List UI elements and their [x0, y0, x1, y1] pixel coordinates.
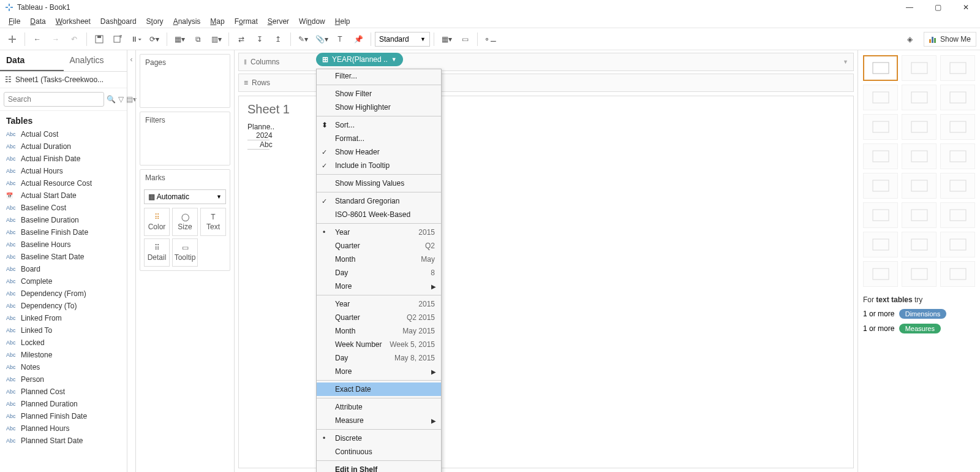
refresh-button[interactable]: ⟳▾ — [146, 31, 163, 48]
cm-show-missing[interactable]: Show Missing Values — [317, 177, 441, 190]
cm-more[interactable]: More▶ — [317, 280, 441, 293]
cm-std-gregorian[interactable]: Standard Gregorian — [317, 194, 441, 208]
show-me-viz-option[interactable] — [940, 202, 975, 228]
marks-detail[interactable]: ⠿Detail — [144, 238, 170, 267]
field-item[interactable]: AbcLinked To — [0, 324, 127, 337]
menu-data[interactable]: Data — [25, 17, 50, 26]
marks-text[interactable]: TText — [200, 208, 226, 236]
show-me-viz-option[interactable] — [940, 114, 975, 140]
field-item[interactable]: AbcActual Cost — [0, 128, 127, 140]
field-item[interactable]: AbcBaseline Hours — [0, 238, 127, 251]
show-me-viz-option[interactable] — [902, 261, 937, 287]
menu-story[interactable]: Story — [141, 17, 168, 26]
field-item[interactable]: AbcBoard — [0, 263, 127, 275]
undo-button[interactable]: ↶ — [66, 31, 83, 48]
new-worksheet-button[interactable]: ▦▾ — [171, 31, 188, 48]
tableau-logo-button[interactable] — [4, 31, 21, 48]
marks-color[interactable]: ⠿Color — [144, 208, 170, 236]
pin-button[interactable]: 📌 — [350, 31, 367, 48]
menu-window[interactable]: Window — [294, 17, 330, 26]
show-me-viz-option[interactable] — [902, 85, 937, 110]
show-me-viz-option[interactable] — [863, 143, 898, 169]
new-datasource-button[interactable]: + — [109, 31, 126, 48]
pause-button[interactable]: ⏸▾ — [127, 31, 145, 48]
cm-quarter-cont[interactable]: QuarterQ2 2015 — [317, 311, 441, 324]
menu-server[interactable]: Server — [263, 17, 294, 26]
show-me-viz-option[interactable] — [863, 232, 898, 257]
field-item[interactable]: 📅Actual Start Date — [0, 189, 127, 202]
clear-button[interactable]: ▥▾ — [208, 31, 225, 48]
search-input[interactable] — [4, 92, 104, 107]
cm-attribute[interactable]: Attribute — [317, 400, 441, 414]
field-item[interactable]: AbcPlanned Hours — [0, 422, 127, 435]
show-me-viz-option[interactable] — [863, 202, 898, 228]
cm-day[interactable]: Day8 — [317, 266, 441, 280]
pages-shelf[interactable]: Pages — [140, 54, 230, 108]
cm-more2[interactable]: More▶ — [317, 365, 441, 378]
cm-format[interactable]: Format... — [317, 132, 441, 145]
close-button[interactable]: ✕ — [952, 0, 980, 15]
filters-shelf[interactable]: Filters — [140, 112, 230, 166]
maximize-button[interactable]: ▢ — [924, 0, 952, 15]
field-item[interactable]: AbcNotes — [0, 361, 127, 373]
duplicate-button[interactable]: ⧉ — [189, 31, 206, 48]
menu-analysis[interactable]: Analysis — [168, 17, 206, 26]
labels-button[interactable]: T — [331, 31, 349, 48]
cm-day-cont[interactable]: DayMay 8, 2015 — [317, 351, 441, 365]
field-item[interactable]: AbcDependency (To) — [0, 300, 127, 312]
menu-map[interactable]: Map — [205, 17, 229, 26]
field-item[interactable]: AbcLocked — [0, 337, 127, 349]
minimize-button[interactable]: — — [895, 0, 924, 15]
save-button[interactable] — [91, 31, 108, 48]
cm-year-cont[interactable]: Year2015 — [317, 297, 441, 311]
cm-edit-in-shelf[interactable]: Edit in Shelf — [317, 463, 441, 472]
show-me-viz-option[interactable] — [940, 85, 975, 110]
search-icon[interactable]: 🔍 — [107, 95, 116, 104]
show-me-viz-option[interactable] — [940, 173, 975, 199]
forward-button[interactable]: → — [47, 31, 64, 48]
show-me-viz-option[interactable] — [902, 114, 937, 140]
field-item[interactable]: AbcMilestone — [0, 349, 127, 361]
highlight-button[interactable]: ✎▾ — [295, 31, 312, 48]
presentation-button[interactable]: ▭ — [456, 31, 473, 48]
group-button[interactable]: 📎▾ — [313, 31, 330, 48]
show-me-viz-option[interactable] — [940, 55, 975, 81]
back-button[interactable]: ← — [29, 31, 46, 48]
menu-file[interactable]: File — [4, 17, 25, 26]
field-item[interactable]: AbcPlanned Cost — [0, 386, 127, 398]
show-me-viz-option[interactable] — [863, 85, 898, 110]
field-item[interactable]: AbcActual Finish Date — [0, 153, 127, 165]
marks-tooltip[interactable]: ▭Tooltip — [172, 238, 198, 267]
cm-show-highlighter[interactable]: Show Highlighter — [317, 101, 441, 114]
show-me-button[interactable]: Show Me — [924, 32, 976, 47]
marks-type-dropdown[interactable]: ▦ Automatic▼ — [144, 189, 226, 204]
show-me-viz-option[interactable] — [940, 232, 975, 257]
menu-help[interactable]: Help — [330, 17, 355, 26]
field-item[interactable]: AbcActual Resource Cost — [0, 177, 127, 189]
field-item[interactable]: AbcDependency (From) — [0, 287, 127, 300]
menu-format[interactable]: Format — [230, 17, 263, 26]
tab-analytics[interactable]: Analytics — [64, 50, 127, 71]
cm-month[interactable]: MonthMay — [317, 253, 441, 266]
cm-discrete[interactable]: Discrete — [317, 432, 441, 445]
menu-dashboard[interactable]: Dashboard — [96, 17, 141, 26]
cm-show-filter[interactable]: Show Filter — [317, 87, 441, 101]
cm-measure[interactable]: Measure▶ — [317, 414, 441, 427]
cm-continuous[interactable]: Continuous — [317, 445, 441, 459]
cm-iso-week[interactable]: ISO-8601 Week-Based — [317, 208, 441, 221]
show-me-viz-option[interactable] — [902, 173, 937, 199]
field-item[interactable]: AbcActual Hours — [0, 165, 127, 177]
menu-worksheet[interactable]: Worksheet — [51, 17, 96, 26]
cm-exact-date[interactable]: Exact Date — [317, 383, 441, 396]
show-me-viz-option[interactable] — [940, 143, 975, 169]
cm-show-header[interactable]: Show Header — [317, 145, 441, 159]
field-item[interactable]: AbcPerson — [0, 373, 127, 386]
field-item[interactable]: AbcBaseline Cost — [0, 202, 127, 214]
show-me-viz-option[interactable] — [863, 55, 898, 81]
swap-button[interactable]: ⇄ — [233, 31, 250, 48]
fit-dropdown[interactable]: Standard▼ — [375, 32, 430, 47]
cm-year[interactable]: Year2015 — [317, 226, 441, 239]
marks-size[interactable]: ◯Size — [172, 208, 198, 236]
show-cards-button[interactable]: ▦▾ — [438, 31, 455, 48]
field-item[interactable]: AbcPlanned Duration — [0, 398, 127, 410]
